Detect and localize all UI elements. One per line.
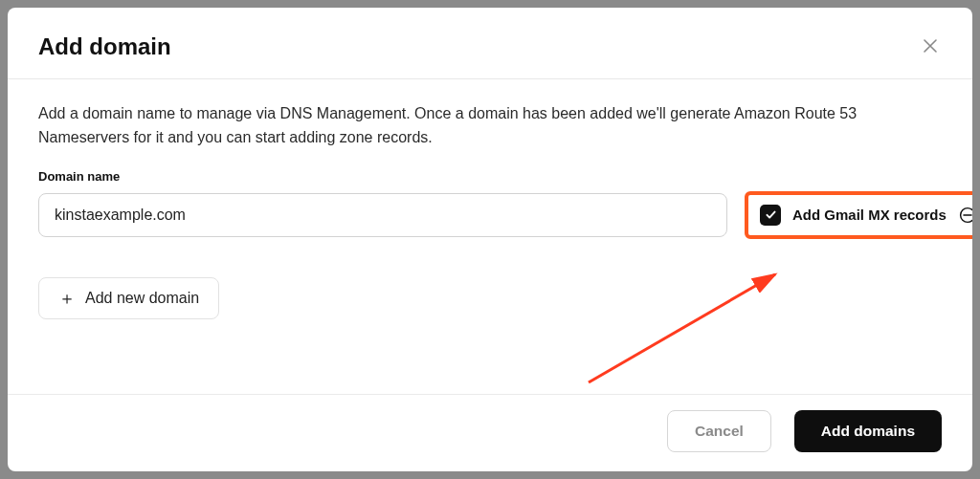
remove-domain-icon[interactable] [958, 206, 972, 225]
modal-title: Add domain [38, 33, 171, 60]
cancel-button[interactable]: Cancel [667, 410, 771, 452]
modal-header: Add domain [8, 8, 972, 79]
gmail-mx-label: Add Gmail MX records [792, 207, 947, 223]
domain-name-input[interactable] [38, 193, 727, 237]
add-domains-button[interactable]: Add domains [794, 410, 942, 452]
modal-footer: Cancel Add domains [8, 394, 972, 471]
add-new-domain-button[interactable]: ＋ Add new domain [38, 277, 219, 319]
plus-icon: ＋ [58, 290, 76, 307]
close-icon[interactable] [919, 33, 942, 61]
modal-description: Add a domain name to manage via DNS Mana… [38, 102, 919, 150]
domain-name-label: Domain name [38, 169, 942, 184]
domain-row: Add Gmail MX records [38, 191, 942, 239]
gmail-mx-checkbox[interactable] [760, 205, 781, 226]
gmail-mx-option: Add Gmail MX records [745, 191, 972, 239]
add-domain-modal: Add domain Add a domain name to manage v… [8, 8, 972, 471]
add-new-domain-label: Add new domain [85, 290, 199, 307]
modal-body: Add a domain name to manage via DNS Mana… [8, 79, 972, 394]
